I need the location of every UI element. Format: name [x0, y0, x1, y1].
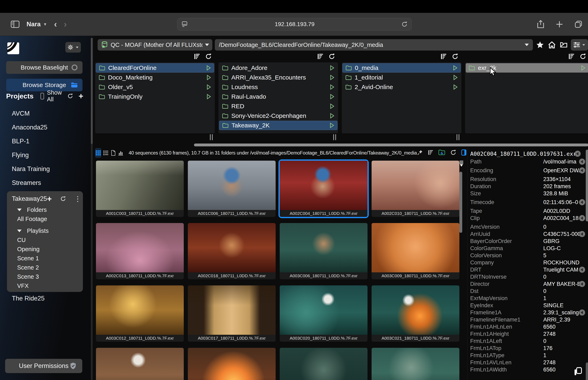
- sort-icon[interactable]: [427, 150, 434, 156]
- show-all-checkbox[interactable]: [41, 93, 44, 99]
- folder-row[interactable]: Sony-Venice2-Copenhagen: [219, 111, 337, 120]
- sort-icon[interactable]: [440, 53, 447, 61]
- media-thumbnail-card[interactable]: [280, 348, 368, 380]
- column-resize-handle[interactable]: [210, 134, 213, 140]
- sidebar-item-folder[interactable]: All Footage: [7, 214, 83, 224]
- media-thumbnail-card[interactable]: A002C013_180711_L0DD.%.7F.exr: [96, 223, 184, 279]
- sort-icon[interactable]: [193, 53, 201, 61]
- folder-row[interactable]: Takeaway_2K: [219, 121, 337, 130]
- descend-arrow-icon[interactable]: [330, 123, 335, 128]
- sidebar-item-project[interactable]: BLP-1: [0, 134, 89, 148]
- expand-value-icon[interactable]: [579, 267, 585, 273]
- view-options-button[interactable]: [571, 39, 588, 51]
- project-add-icon[interactable]: +: [47, 195, 52, 203]
- refresh-icon[interactable]: [450, 149, 457, 157]
- sidebar-item-project[interactable]: Streamers: [0, 176, 89, 190]
- browse-storage-button[interactable]: Browse Storage: [6, 79, 83, 91]
- descend-arrow-icon[interactable]: [206, 65, 211, 71]
- column-resize-handle[interactable]: [457, 134, 459, 140]
- new-tab-icon[interactable]: [555, 20, 564, 28]
- folder-row[interactable]: ClearedForOnline: [96, 63, 214, 73]
- sidebar-item-project[interactable]: AVCM: [0, 107, 89, 120]
- sidebar-item-project[interactable]: Flying: [0, 148, 89, 162]
- descend-arrow-icon[interactable]: [453, 75, 458, 80]
- folder-row[interactable]: Raul-Lavado: [219, 92, 337, 101]
- projects-refresh-icon[interactable]: [67, 93, 73, 99]
- grid-scrollbar-thumb[interactable]: [459, 172, 462, 233]
- panel-toggle-icon[interactable]: [461, 149, 467, 157]
- folder-row[interactable]: RED: [219, 101, 337, 111]
- project-refresh-icon[interactable]: [60, 196, 66, 202]
- media-thumbnail-card[interactable]: A002C010_180711_L0DD.%.7F.exr: [372, 161, 459, 217]
- pin-icon[interactable]: [417, 150, 423, 156]
- sidebar-item-project[interactable]: Anaconda25: [0, 120, 89, 134]
- folder-row[interactable]: Older_v5: [96, 82, 214, 92]
- linked-folder-icon[interactable]: [438, 149, 445, 157]
- columns-horizontal-scrollbar[interactable]: [95, 144, 588, 146]
- tabs-overview-icon[interactable]: [574, 20, 583, 29]
- descend-arrow-icon[interactable]: [453, 65, 458, 71]
- descend-arrow-icon[interactable]: [330, 75, 335, 80]
- folder-row[interactable]: Adore_Adore: [219, 63, 337, 73]
- user-permissions-button[interactable]: User Permissions: [5, 359, 82, 373]
- sort-icon[interactable]: [317, 53, 324, 61]
- forward-button[interactable]: ›: [64, 20, 67, 29]
- expand-value-icon[interactable]: [579, 231, 585, 237]
- expand-value-icon[interactable]: [579, 167, 585, 173]
- page-scrollbar-thumb[interactable]: [586, 362, 588, 380]
- project-menu-icon[interactable]: ⋮: [74, 195, 81, 203]
- expand-value-icon[interactable]: [579, 215, 585, 221]
- media-thumbnail-card[interactable]: A003C009_180711_L0DD.%.7F.exr: [372, 223, 459, 279]
- sort-icon[interactable]: [568, 53, 575, 61]
- grid-scroll-rail[interactable]: [459, 160, 464, 233]
- media-thumbnail-card[interactable]: [188, 348, 276, 380]
- media-thumbnail-card[interactable]: A003C012_180711_L0DD.%.7F.exr: [96, 285, 184, 342]
- folders-section-header[interactable]: Folders: [7, 205, 83, 214]
- descend-arrow-icon[interactable]: [330, 65, 335, 71]
- sidebar-item-playlist[interactable]: Opening: [7, 245, 83, 254]
- document-view-button[interactable]: [111, 148, 116, 158]
- folder-row[interactable]: 2_Avid-Online: [342, 82, 461, 92]
- refresh-icon[interactable]: [328, 53, 335, 61]
- media-thumbnail-card[interactable]: [96, 348, 184, 380]
- sidebar-item-playlist[interactable]: VFX: [7, 281, 83, 290]
- expand-value-icon[interactable]: [579, 199, 585, 205]
- playlists-section-header[interactable]: Playlists: [7, 226, 83, 235]
- folder-row[interactable]: TrainingOnly: [96, 92, 214, 101]
- browse-baselight-button[interactable]: Browse Baselight: [6, 61, 83, 74]
- descend-arrow-icon[interactable]: [206, 94, 211, 99]
- home-icon[interactable]: [547, 41, 557, 49]
- media-thumbnail-card[interactable]: A002C004_180711_L0DD.%.7F.exr: [280, 161, 368, 217]
- sidebar-item-playlist[interactable]: CU: [7, 235, 83, 245]
- descend-arrow-icon[interactable]: [453, 84, 458, 90]
- jump-to-position-icon[interactable]: [459, 164, 464, 168]
- expand-value-icon[interactable]: [574, 151, 581, 157]
- list-view-button[interactable]: [103, 148, 109, 158]
- refresh-icon[interactable]: [452, 53, 459, 61]
- metadata-scrollbar-thumb[interactable]: [586, 150, 588, 221]
- column-resize-handle[interactable]: [333, 134, 336, 140]
- media-thumbnail-card[interactable]: A001C003_180711_L0DD.%.7F.exr: [96, 161, 184, 217]
- expand-value-icon[interactable]: [579, 309, 585, 316]
- descend-arrow-icon[interactable]: [330, 84, 335, 90]
- media-thumbnail-card[interactable]: A003C020_180711_L0DD.%.7F.exr: [280, 285, 368, 342]
- media-thumbnail-card[interactable]: A003C021_180711_L0DD.%.7F.exr: [372, 285, 459, 342]
- descend-arrow-icon[interactable]: [330, 94, 335, 99]
- media-thumbnail-card[interactable]: A003C006_180711_L0DD.%.7F.exr: [280, 223, 368, 279]
- descend-arrow-icon[interactable]: [330, 113, 335, 119]
- folder-row[interactable]: ARRI_Alexa35_Encounters: [219, 73, 337, 82]
- sidebar-toggle-icon[interactable]: [11, 20, 20, 28]
- sidebar-scrollbar[interactable]: [91, 38, 93, 380]
- expand-value-icon[interactable]: [579, 281, 585, 287]
- sidebar-item-playlist[interactable]: Scene 1: [7, 254, 83, 263]
- profile-menu[interactable]: Nara ▼: [26, 20, 47, 28]
- copy-icon[interactable]: [574, 367, 582, 377]
- sidebar-item-project[interactable]: Nara Training: [0, 162, 89, 176]
- refresh-icon[interactable]: [579, 53, 586, 61]
- folder-row[interactable]: Doco_Marketing: [96, 73, 214, 82]
- media-thumbnail-card[interactable]: [372, 348, 459, 380]
- share-icon[interactable]: [537, 20, 545, 29]
- reload-icon[interactable]: [401, 21, 408, 28]
- back-button[interactable]: ‹: [54, 20, 57, 29]
- folder-row[interactable]: 0_media: [342, 63, 461, 73]
